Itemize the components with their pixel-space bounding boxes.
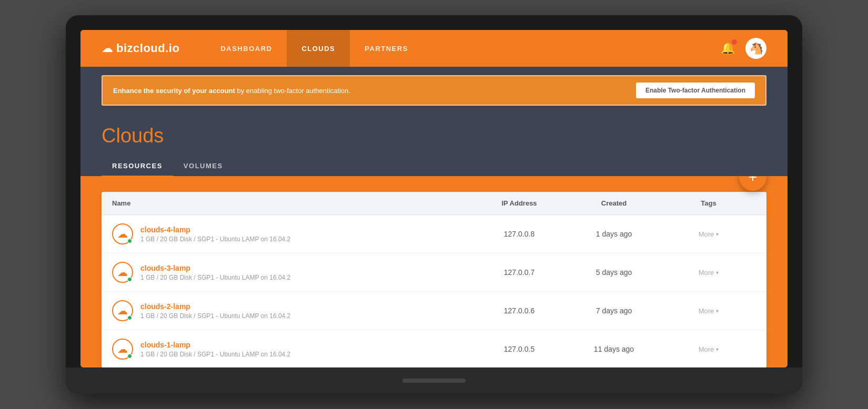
page-title-section: Clouds RESOURCES VOLUMES — [80, 114, 788, 176]
more-dropdown-cell: More ▾ — [661, 307, 756, 315]
enable-2fa-button[interactable]: Enable Two-factor Authentication — [636, 83, 755, 98]
cloud-info: clouds-1-lamp 1 GB / 20 GB Disk / SGP1 -… — [140, 341, 290, 358]
cloud-name-link[interactable]: clouds-4-lamp — [140, 226, 290, 234]
security-banner-text: Enhance the security of your account by … — [113, 87, 350, 95]
cloud-specs: 1 GB / 20 GB Disk / SGP1 - Ubuntu LAMP o… — [140, 351, 290, 358]
content-area: + Name IP Address Created Tags ☁ — [80, 176, 788, 367]
table-row: ☁ clouds-1-lamp 1 GB / 20 GB Disk / SGP1… — [102, 330, 766, 367]
col-header-created: Created — [567, 199, 661, 207]
created-date: 1 days ago — [567, 230, 661, 238]
col-header-ip: IP Address — [472, 199, 567, 207]
more-label: More — [699, 230, 714, 238]
cloud-icon-wrapper: ☁ — [112, 262, 133, 283]
logo: ☁ bizcloud.io — [102, 42, 179, 55]
security-banner-normal: by enabling two-factor authentication. — [235, 87, 350, 95]
more-label: More — [699, 345, 714, 353]
cloud-name-link[interactable]: clouds-3-lamp — [140, 264, 290, 272]
tabs-row: RESOURCES VOLUMES — [102, 156, 766, 176]
more-label: More — [699, 269, 714, 277]
cloud-name-link[interactable]: clouds-2-lamp — [140, 302, 290, 311]
navbar: ☁ bizcloud.io DASHBOARD CLOUDS PARTNERS … — [80, 30, 788, 67]
clouds-table: Name IP Address Created Tags ☁ — [102, 192, 766, 367]
cloud-specs: 1 GB / 20 GB Disk / SGP1 - Ubuntu LAMP o… — [140, 274, 290, 281]
table-row: ☁ clouds-4-lamp 1 GB / 20 GB Disk / SGP1… — [102, 215, 766, 253]
created-date: 11 days ago — [567, 345, 661, 353]
nav-links: DASHBOARD CLOUDS PARTNERS — [206, 30, 721, 67]
more-dropdown-cell: More ▾ — [661, 345, 756, 353]
table-row: ☁ clouds-3-lamp 1 GB / 20 GB Disk / SGP1… — [102, 253, 766, 292]
logo-biz: biz — [116, 42, 133, 55]
status-dot-online — [127, 277, 132, 282]
ip-address: 127.0.0.6 — [472, 306, 567, 315]
cloud-specs: 1 GB / 20 GB Disk / SGP1 - Ubuntu LAMP o… — [140, 236, 290, 243]
tab-volumes[interactable]: VOLUMES — [173, 156, 234, 176]
ip-address: 127.0.0.7 — [472, 268, 567, 277]
chevron-down-icon: ▾ — [716, 231, 719, 237]
add-cloud-button[interactable]: + — [739, 176, 766, 191]
security-banner: Enhance the security of your account by … — [102, 75, 766, 106]
tab-resources[interactable]: RESOURCES — [102, 156, 173, 176]
main-area: Enhance the security of your account by … — [80, 67, 788, 367]
cloud-info: clouds-2-lamp 1 GB / 20 GB Disk / SGP1 -… — [140, 302, 290, 320]
col-header-tags: Tags — [661, 199, 756, 207]
page-title: Clouds — [102, 125, 766, 147]
more-dropdown-cell: More ▾ — [661, 230, 756, 238]
col-header-name: Name — [112, 199, 472, 207]
status-dot-online — [127, 315, 132, 320]
cloud-specs: 1 GB / 20 GB Disk / SGP1 - Ubuntu LAMP o… — [140, 312, 290, 320]
nav-clouds[interactable]: CLOUDS — [287, 30, 350, 67]
table-header: Name IP Address Created Tags — [102, 192, 766, 215]
cloud-name-cell: ☁ clouds-2-lamp 1 GB / 20 GB Disk / SGP1… — [112, 300, 472, 321]
table-row: ☁ clouds-2-lamp 1 GB / 20 GB Disk / SGP1… — [102, 292, 766, 330]
status-dot-online — [127, 239, 132, 243]
security-banner-bold: Enhance the security of your account — [113, 87, 235, 95]
cloud-icon-wrapper: ☁ — [112, 223, 133, 244]
cloud-info: clouds-3-lamp 1 GB / 20 GB Disk / SGP1 -… — [140, 264, 290, 281]
more-button[interactable]: More ▾ — [661, 307, 756, 315]
chevron-down-icon: ▾ — [716, 270, 719, 275]
more-dropdown-cell: More ▾ — [661, 269, 756, 277]
status-dot-online — [127, 354, 132, 359]
cloud-name-link[interactable]: clouds-1-lamp — [140, 341, 290, 349]
chevron-down-icon: ▾ — [716, 346, 719, 352]
cloud-icon-wrapper: ☁ — [112, 339, 133, 360]
logo-domain: .io — [165, 42, 179, 55]
laptop-screen: ☁ bizcloud.io DASHBOARD CLOUDS PARTNERS … — [80, 30, 788, 367]
notification-bell[interactable]: 🔔 — [721, 42, 735, 55]
nav-dashboard[interactable]: DASHBOARD — [206, 30, 287, 67]
ip-address: 127.0.0.5 — [472, 345, 567, 353]
created-date: 7 days ago — [567, 306, 661, 315]
ip-address: 127.0.0.8 — [472, 230, 567, 238]
logo-text: bizcloud.io — [116, 42, 179, 55]
more-button[interactable]: More ▾ — [661, 230, 756, 238]
more-button[interactable]: More ▾ — [661, 269, 756, 277]
cloud-name-cell: ☁ clouds-4-lamp 1 GB / 20 GB Disk / SGP1… — [112, 223, 472, 244]
chevron-down-icon: ▾ — [716, 308, 719, 314]
cloud-name-cell: ☁ clouds-3-lamp 1 GB / 20 GB Disk / SGP1… — [112, 262, 472, 283]
more-button[interactable]: More ▾ — [661, 345, 756, 353]
cloud-icon-wrapper: ☁ — [112, 300, 133, 321]
created-date: 5 days ago — [567, 268, 661, 277]
logo-cloud: cloud — [133, 42, 165, 55]
avatar[interactable]: 🐴 — [745, 38, 766, 59]
cloud-name-cell: ☁ clouds-1-lamp 1 GB / 20 GB Disk / SGP1… — [112, 339, 472, 360]
cloud-info: clouds-4-lamp 1 GB / 20 GB Disk / SGP1 -… — [140, 226, 290, 243]
nav-partners[interactable]: PARTNERS — [350, 30, 423, 67]
logo-cloud-icon: ☁ — [102, 42, 113, 55]
laptop-base — [66, 367, 802, 394]
nav-right: 🔔 🐴 — [721, 38, 766, 59]
notification-badge — [732, 39, 737, 45]
dark-header: Enhance the security of your account by … — [80, 67, 788, 176]
laptop-frame: ☁ bizcloud.io DASHBOARD CLOUDS PARTNERS … — [66, 15, 802, 394]
more-label: More — [699, 307, 714, 315]
